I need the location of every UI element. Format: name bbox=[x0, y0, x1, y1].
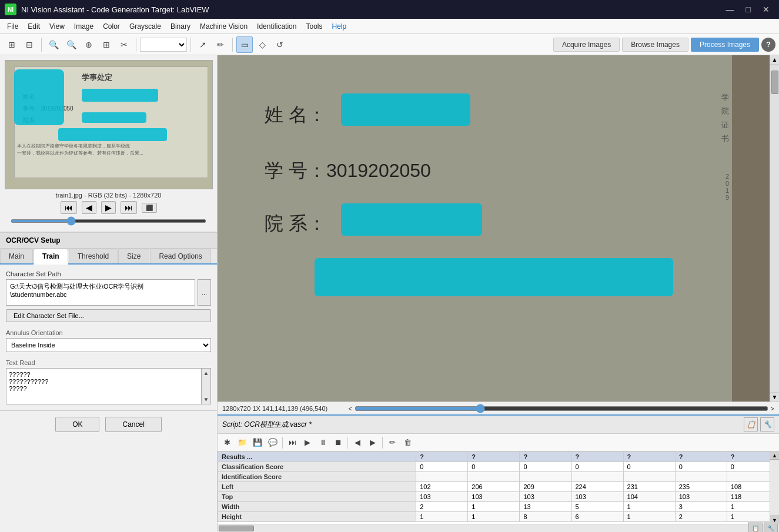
script-new-button[interactable]: ✱ bbox=[220, 436, 234, 450]
ok-cancel-row: OK Cancel bbox=[0, 410, 217, 438]
script-comment-button[interactable]: 💬 bbox=[266, 436, 280, 450]
zoom-dropdown[interactable] bbox=[140, 38, 187, 52]
ok-button[interactable]: OK bbox=[55, 417, 99, 432]
script-icon-2[interactable]: 🔧 bbox=[760, 417, 774, 431]
menu-image[interactable]: Image bbox=[69, 21, 98, 32]
toolbar-btn-copy2[interactable]: ⊟ bbox=[21, 36, 38, 53]
script-play-button[interactable]: ▶ bbox=[300, 436, 315, 450]
tab-read-options[interactable]: Read Options bbox=[150, 249, 210, 263]
menu-edit[interactable]: Edit bbox=[23, 21, 45, 32]
nav-last-button[interactable]: ⏭ bbox=[121, 201, 137, 214]
menu-grayscale[interactable]: Grayscale bbox=[125, 21, 166, 32]
tab-main[interactable]: Main bbox=[0, 249, 33, 263]
table-row: Top 103 103 103 103 104 103 118 bbox=[218, 492, 779, 502]
nav-first-button[interactable]: ⏮ bbox=[61, 201, 77, 214]
scroll-up-btn[interactable]: ▲ bbox=[770, 55, 779, 65]
browse-character-set-button[interactable]: ... bbox=[198, 279, 211, 306]
close-button[interactable]: ✕ bbox=[758, 4, 774, 15]
zoom-100-button[interactable]: ⊞ bbox=[98, 36, 115, 53]
table-row: Left 102 206 209 224 231 235 108 bbox=[218, 482, 779, 492]
menu-machine-vision[interactable]: Machine Vision bbox=[195, 21, 252, 32]
script-step-to-end-button[interactable]: ⏭ bbox=[285, 436, 299, 450]
browse-images-button[interactable]: Browse Images bbox=[622, 38, 688, 52]
zoom-in-button[interactable]: 🔍 bbox=[45, 36, 62, 53]
process-images-button[interactable]: Process Images bbox=[691, 38, 759, 52]
maximize-button[interactable]: □ bbox=[741, 4, 755, 15]
table-scroll-up[interactable]: ▲ bbox=[770, 451, 779, 460]
script-back-button[interactable]: ◀ bbox=[350, 436, 365, 450]
scroll-down-arrow[interactable]: ▼ bbox=[203, 396, 209, 403]
scroll-up-arrow[interactable]: ▲ bbox=[203, 370, 209, 376]
zoom-out-button[interactable]: 🔍 bbox=[63, 36, 79, 53]
cell-cls-6: 0 bbox=[675, 462, 727, 472]
nav-stop-button[interactable]: ⬛ bbox=[142, 203, 157, 213]
table-h-scrollbar: 📋 🔧 bbox=[218, 524, 779, 532]
menu-identification[interactable]: Identification bbox=[252, 21, 301, 32]
col-header-4: ? bbox=[571, 452, 623, 462]
rect-tool-button[interactable]: ▭ bbox=[236, 36, 253, 53]
row-label-left: Left bbox=[218, 482, 416, 492]
script-pause-button[interactable]: ⏸ bbox=[316, 436, 330, 450]
right-panel: 姓 名： 学 号：3019202050 院 系： 学院证书 2019 bbox=[218, 55, 779, 532]
menu-tools[interactable]: Tools bbox=[301, 21, 327, 32]
menu-binary[interactable]: Binary bbox=[166, 21, 195, 32]
menu-view[interactable]: View bbox=[45, 21, 69, 32]
scroll-down-btn[interactable]: ▼ bbox=[770, 392, 779, 401]
cell-width-5: 1 bbox=[623, 502, 675, 512]
cell-id-4 bbox=[571, 472, 623, 482]
cell-left-3: 209 bbox=[520, 482, 571, 492]
script-delete-button[interactable]: 🗑 bbox=[400, 436, 414, 450]
image-cyan-dept bbox=[341, 203, 482, 236]
scroll-thumb[interactable] bbox=[771, 71, 778, 94]
thumbnail-frame: 学事处定 姓名 学号：3019202050 院系 本人在校期间严格遵守学校各项规… bbox=[5, 60, 213, 189]
zoom-fit-button[interactable]: ⊕ bbox=[81, 36, 97, 53]
titlebar: NI NI Vision Assistant - Code Generation… bbox=[0, 0, 779, 19]
acquire-images-button[interactable]: Acquire Images bbox=[553, 38, 620, 52]
cell-top-3: 103 bbox=[520, 492, 571, 502]
script-open-button[interactable]: 📁 bbox=[235, 436, 249, 450]
nav-prev-button[interactable]: ◀ bbox=[82, 201, 96, 214]
cell-left-5: 231 bbox=[623, 482, 675, 492]
image-slider[interactable] bbox=[11, 219, 206, 223]
tab-train[interactable]: Train bbox=[34, 249, 68, 265]
menu-help[interactable]: Help bbox=[327, 21, 352, 32]
title-left: NI NI Vision Assistant - Code Generation… bbox=[5, 4, 209, 15]
script-icon-1[interactable]: 📋 bbox=[744, 417, 758, 431]
cell-cls-4: 0 bbox=[571, 462, 623, 472]
status-right-arrow[interactable]: > bbox=[771, 405, 774, 412]
horizontal-scrollbar[interactable] bbox=[355, 406, 768, 411]
minimize-button[interactable]: — bbox=[721, 4, 739, 15]
diamond-tool-button[interactable]: ◇ bbox=[254, 36, 270, 53]
help-button[interactable]: ? bbox=[761, 38, 775, 52]
cell-top-5: 104 bbox=[623, 492, 675, 502]
text-read-section: Text Read ?????? ??????????? ????? ▲ ▼ bbox=[6, 359, 211, 404]
character-set-path-value[interactable]: G:\天大\3信号检测与处理大作业\OCR学号识别\studentnumber.… bbox=[6, 279, 195, 306]
toolbar-btn-copy1[interactable]: ⊞ bbox=[4, 36, 20, 53]
pan-button[interactable]: ✂ bbox=[116, 36, 132, 53]
menu-color[interactable]: Color bbox=[98, 21, 125, 32]
arrow-button[interactable]: ↗ bbox=[195, 36, 211, 53]
cell-left-4: 224 bbox=[571, 482, 623, 492]
image-view[interactable]: 姓 名： 学 号：3019202050 院 系： 学院证书 2019 bbox=[218, 55, 779, 401]
table-scroll-down[interactable]: ▼ bbox=[770, 516, 779, 524]
table-scrollbar: ▲ ▼ bbox=[770, 451, 779, 524]
text-read-box[interactable]: ?????? ??????????? ????? bbox=[6, 369, 201, 404]
right-scrollbar: ▲ ▼ bbox=[770, 55, 779, 401]
script-edit-button[interactable]: ✏ bbox=[385, 436, 399, 450]
nav-next-button[interactable]: ▶ bbox=[101, 201, 116, 214]
menu-file[interactable]: File bbox=[2, 21, 23, 32]
tab-size[interactable]: Size bbox=[118, 249, 149, 263]
cancel-button[interactable]: Cancel bbox=[105, 417, 161, 432]
script-save-button[interactable]: 💾 bbox=[250, 436, 265, 450]
annulus-orientation-select[interactable]: Baseline Inside bbox=[6, 338, 211, 352]
draw-button[interactable]: ✏ bbox=[212, 36, 229, 53]
script-stop-button[interactable]: ⏹ bbox=[331, 436, 345, 450]
script-forward-button[interactable]: ▶ bbox=[366, 436, 380, 450]
cell-height-6: 2 bbox=[675, 512, 727, 522]
undo-button[interactable]: ↺ bbox=[272, 36, 288, 53]
edit-character-set-button[interactable]: Edit Character Set File... bbox=[6, 309, 211, 322]
cell-height-1: 1 bbox=[416, 512, 468, 522]
ocr-tabs: Main Train Threshold Size Read Options bbox=[0, 249, 217, 265]
tab-threshold[interactable]: Threshold bbox=[69, 249, 118, 263]
table-h-scroll-thumb[interactable] bbox=[219, 526, 254, 531]
